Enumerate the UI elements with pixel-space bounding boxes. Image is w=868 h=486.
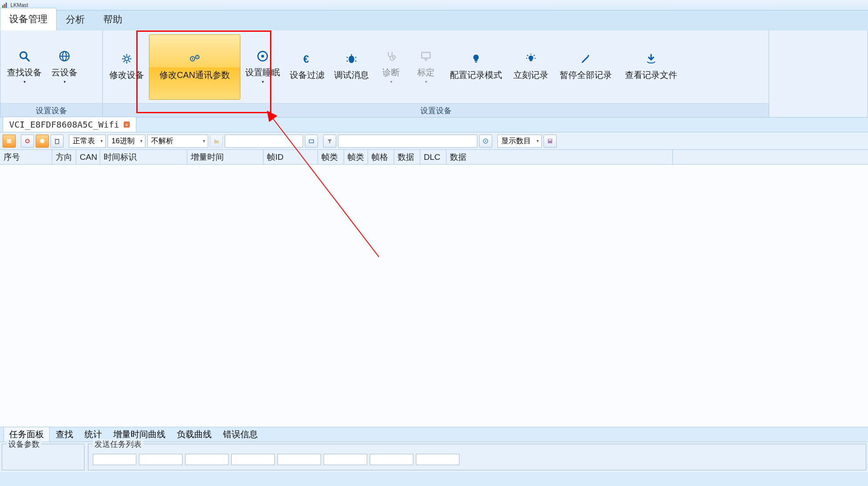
modify-device-button[interactable]: 修改设备 — [105, 34, 149, 100]
dropdown-arrow: ▾ — [64, 79, 66, 84]
col-header[interactable]: 帧类 — [344, 150, 368, 164]
calibrate-button: 标定 ▾ — [409, 34, 443, 100]
task-cell[interactable] — [93, 454, 136, 465]
col-header[interactable]: 帧类 — [318, 150, 344, 164]
svg-line-14 — [128, 61, 130, 62]
cloud-device-label: 云设备 — [51, 67, 78, 78]
task-cell[interactable] — [231, 454, 275, 465]
svg-rect-0 — [2, 5, 3, 8]
bottom-tab-load-curve[interactable]: 负载曲线 — [172, 427, 217, 442]
svg-point-20 — [197, 57, 198, 57]
col-header[interactable]: 帧格 — [368, 150, 394, 164]
tb-btn-3[interactable] — [36, 135, 49, 148]
toolbar: 正常表 16进制 不解析 显示数目 — [0, 132, 868, 150]
col-header[interactable]: 序号 — [0, 150, 52, 164]
col-header[interactable]: 时间标识 — [100, 150, 187, 164]
device-filter-button[interactable]: € 设备过滤 — [285, 34, 329, 100]
globe-icon — [58, 50, 71, 62]
config-record-label: 配置记录模式 — [450, 69, 502, 81]
col-header[interactable]: DLC — [420, 150, 446, 164]
monitor-icon — [420, 50, 432, 62]
dropdown-arrow: ▾ — [262, 79, 264, 84]
document-tab-bar: VCI_E8FDF8608A5C_Wifi ✕ — [0, 118, 868, 132]
bottom-tab-error-info[interactable]: 错误信息 — [218, 427, 263, 442]
menu-tab-analysis[interactable]: 分析 — [57, 8, 94, 30]
col-header[interactable]: 帧ID — [263, 150, 318, 164]
tb-btn-5[interactable] — [305, 135, 318, 148]
tb-input-2[interactable] — [338, 135, 477, 148]
device-filter-label: 设备过滤 — [290, 69, 324, 81]
tb-btn-2[interactable] — [21, 135, 34, 148]
radix-select[interactable]: 16进制 — [108, 135, 145, 148]
ribbon-group-1: 查找设备 ▾ 云设备 ▾ 设置设备 — [0, 30, 103, 117]
bulb-icon — [470, 53, 482, 65]
svg-rect-42 — [7, 139, 11, 143]
svg-line-36 — [527, 55, 528, 56]
modify-can-params-button[interactable]: 修改CAN通讯参数 — [149, 34, 240, 100]
tb-btn-1[interactable] — [3, 135, 16, 148]
col-header[interactable]: 数据 — [446, 150, 673, 164]
svg-line-27 — [355, 57, 356, 58]
gear-icon — [121, 53, 133, 65]
menu-tab-device-mgmt[interactable]: 设备管理 — [0, 8, 57, 30]
dropdown-arrow: ▾ — [390, 79, 392, 84]
task-cell[interactable] — [416, 454, 459, 465]
menu-tab-help[interactable]: 帮助 — [94, 8, 132, 30]
task-cell[interactable] — [185, 454, 229, 465]
svg-line-15 — [123, 61, 125, 62]
col-header[interactable]: 方向 — [52, 150, 76, 164]
col-header[interactable]: 数据 — [394, 150, 420, 164]
col-header[interactable]: CAN — [76, 150, 100, 164]
svg-point-24 — [349, 55, 355, 63]
document-tab[interactable]: VCI_E8FDF8608A5C_Wifi ✕ — [3, 117, 136, 132]
task-cell[interactable] — [139, 454, 182, 465]
app-icon — [2, 2, 8, 8]
col-header[interactable]: 增量时间 — [187, 150, 263, 164]
record-now-button[interactable]: 立刻记录 — [509, 34, 553, 100]
svg-rect-1 — [4, 4, 5, 8]
view-record-file-button[interactable]: 查看记录文件 — [618, 34, 684, 100]
svg-line-37 — [534, 55, 535, 56]
show-count-select[interactable]: 显示数目 — [497, 135, 542, 148]
search-icon — [18, 50, 30, 62]
ribbon-group-1-title: 设置设备 — [0, 103, 102, 117]
tb-folder-button[interactable] — [210, 135, 223, 148]
set-sleep-button[interactable]: 设置睡眠 ▾ — [240, 34, 285, 100]
svg-rect-47 — [309, 140, 314, 143]
grid-header: 序号 方向 CAN 时间标识 增量时间 帧ID 帧类 帧类 帧格 数据 DLC … — [0, 150, 868, 165]
find-device-button[interactable]: 查找设备 ▾ — [2, 34, 47, 100]
tb-target-button[interactable] — [479, 135, 492, 148]
tb-filter-button[interactable] — [323, 135, 336, 148]
cloud-device-button[interactable]: 云设备 ▾ — [47, 34, 82, 100]
bottom-tab-find[interactable]: 查找 — [51, 427, 78, 442]
grid-body[interactable] — [0, 165, 868, 427]
calibrate-label: 标定 — [417, 67, 435, 78]
config-record-mode-button[interactable]: 配置记录模式 — [443, 34, 509, 100]
pause-all-record-button[interactable]: 暂停全部记录 — [553, 34, 618, 100]
tb-delete-button[interactable] — [51, 135, 64, 148]
task-cell[interactable] — [277, 454, 321, 465]
tb-input-1[interactable] — [225, 135, 303, 148]
svg-point-43 — [26, 139, 29, 143]
debug-msg-button[interactable]: 调试消息 — [329, 34, 374, 100]
tb-save-button[interactable] — [544, 135, 557, 148]
close-icon[interactable]: ✕ — [124, 122, 130, 128]
stethoscope-icon — [385, 50, 397, 62]
ribbon: 查找设备 ▾ 云设备 ▾ 设置设备 修改设备 修改CAN通讯参数 设置睡 — [0, 30, 868, 118]
find-device-label: 查找设备 — [7, 67, 42, 78]
parse-select[interactable]: 不解析 — [147, 135, 208, 148]
svg-rect-2 — [6, 3, 7, 8]
svg-rect-34 — [475, 62, 477, 63]
task-cell[interactable] — [370, 454, 413, 465]
diagnose-label: 诊断 — [382, 67, 400, 78]
mode-select[interactable]: 正常表 — [69, 135, 106, 148]
svg-line-29 — [355, 61, 356, 61]
sleep-icon — [257, 50, 269, 62]
svg-point-18 — [192, 58, 193, 60]
svg-point-8 — [125, 57, 129, 61]
svg-point-49 — [485, 140, 486, 142]
svg-point-22 — [261, 54, 264, 57]
svg-line-4 — [26, 57, 29, 61]
task-cell[interactable] — [324, 454, 367, 465]
bulb-spark-icon — [525, 53, 537, 65]
